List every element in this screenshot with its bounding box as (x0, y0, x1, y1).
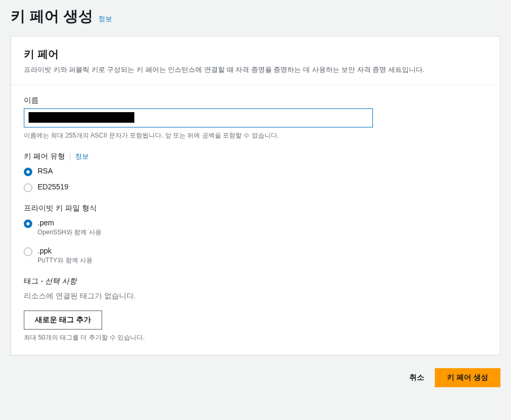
radio-label: RSA (38, 167, 53, 175)
panel-body: 이름 이름에는 최대 255개의 ASCII 문자가 포함됩니다. 앞 또는 뒤… (11, 85, 500, 355)
radio-icon (24, 248, 32, 256)
name-input[interactable] (24, 108, 373, 127)
page-info-link[interactable]: 정보 (98, 14, 112, 24)
footer-actions: 취소 키 페어 생성 (11, 366, 500, 389)
panel-header: 키 페어 프라이빗 키와 퍼블릭 키로 구성되는 키 페어는 인스턴스에 연결할… (11, 36, 500, 85)
tags-label-suffix: 선택 사항 (45, 277, 77, 285)
tags-label-prefix: 태그 - (24, 277, 45, 285)
radio-label: ED25519 (38, 182, 68, 191)
radio-description: PuTTY와 함께 사용 (38, 256, 93, 265)
tags-field: 태그 - 선택 사항 리소스에 연결된 태그가 없습니다. 새로운 태그 추가 … (24, 277, 487, 342)
radio-option-ppk[interactable]: .ppk PuTTY와 함께 사용 (24, 246, 487, 265)
radio-icon (24, 184, 32, 192)
tags-limit-hint: 최대 50개의 태그를 더 추가할 수 있습니다. (24, 333, 487, 342)
create-keypair-button[interactable]: 키 페어 생성 (435, 368, 500, 387)
keypair-type-field: 키 페어 유형 | 정보 RSA ED25519 (24, 152, 487, 192)
page-title: 키 페어 생성 (11, 6, 93, 26)
file-format-label: 프라이빗 키 파일 형식 (24, 204, 487, 213)
page-header: 키 페어 생성 정보 (11, 0, 500, 36)
keypair-type-label-row: 키 페어 유형 | 정보 (24, 152, 487, 161)
radio-icon (24, 220, 32, 228)
radio-option-rsa[interactable]: RSA (24, 167, 487, 176)
radio-option-pem[interactable]: .pem OpenSSH와 함께 사용 (24, 218, 487, 237)
panel-title: 키 페어 (24, 47, 487, 61)
name-field: 이름 이름에는 최대 255개의 ASCII 문자가 포함됩니다. 앞 또는 뒤… (24, 96, 487, 140)
radio-option-ed25519[interactable]: ED25519 (24, 182, 487, 192)
keypair-type-label: 키 페어 유형 (24, 152, 65, 161)
radio-label: .pem (38, 218, 102, 227)
keypair-panel: 키 페어 프라이빗 키와 퍼블릭 키로 구성되는 키 페어는 인스턴스에 연결할… (11, 36, 500, 355)
tags-empty-text: 리소스에 연결된 태그가 없습니다. (24, 291, 487, 301)
label-divider: | (69, 152, 71, 161)
radio-label: .ppk (38, 246, 93, 255)
tags-label: 태그 - 선택 사항 (24, 277, 487, 286)
keypair-type-radio-group: RSA ED25519 (24, 167, 487, 192)
radio-icon (24, 168, 32, 176)
keypair-type-info-link[interactable]: 정보 (75, 152, 89, 161)
add-tag-button[interactable]: 새로운 태그 추가 (24, 311, 102, 330)
cancel-button[interactable]: 취소 (409, 373, 424, 382)
file-format-field: 프라이빗 키 파일 형식 .pem OpenSSH와 함께 사용 .ppk Pu… (24, 204, 487, 265)
radio-description: OpenSSH와 함께 사용 (38, 228, 102, 237)
name-label: 이름 (24, 96, 487, 105)
panel-description: 프라이빗 키와 퍼블릭 키로 구성되는 키 페어는 인스턴스에 연결할 때 자격… (24, 65, 487, 75)
name-input-value (29, 112, 134, 123)
file-format-radio-group: .pem OpenSSH와 함께 사용 .ppk PuTTY와 함께 사용 (24, 218, 487, 265)
name-hint: 이름에는 최대 255개의 ASCII 문자가 포함됩니다. 앞 또는 뒤에 공… (24, 131, 487, 140)
